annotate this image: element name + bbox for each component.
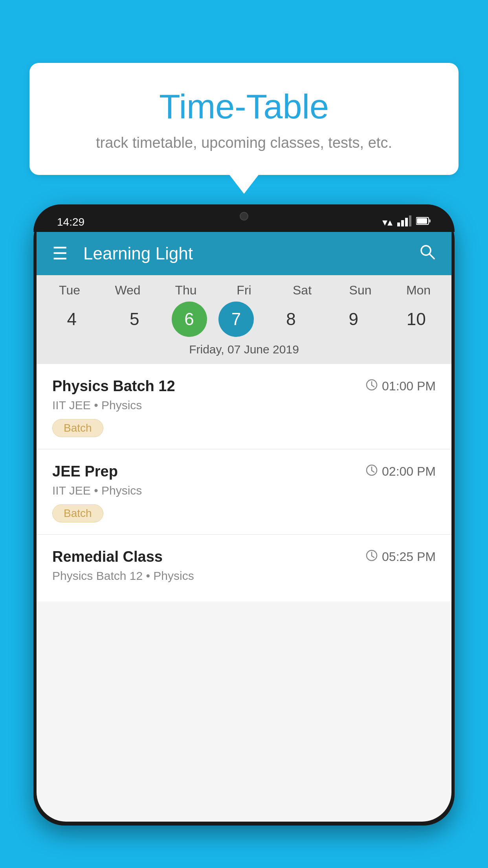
calendar-strip: Tue Wed Thu Fri Sat Sun Mon 4 5 6 7 8 9 …: [37, 275, 451, 364]
hamburger-icon[interactable]: ☰: [52, 245, 68, 262]
schedule-subtitle-2: IIT JEE • Physics: [52, 484, 436, 497]
speech-bubble-subtitle: track timetable, upcoming classes, tests…: [49, 134, 439, 151]
schedule-item-2[interactable]: JEE Prep 02:00 PM: [37, 449, 451, 535]
svg-line-17: [372, 556, 374, 557]
phone-top-bar: 14:29 ▾▴: [33, 204, 455, 232]
notch: [213, 204, 275, 228]
schedule-item-1[interactable]: Physics Batch 12 01:00 PM: [37, 364, 451, 449]
schedule-item-1-header: Physics Batch 12 01:00 PM: [52, 378, 436, 395]
selected-date-label: Friday, 07 June 2019: [37, 337, 451, 364]
day-header-thu: Thu: [160, 283, 211, 298]
schedule-time-3: 05:25 PM: [365, 549, 436, 565]
day-headers: Tue Wed Thu Fri Sat Sun Mon: [37, 283, 451, 298]
wifi-icon: ▾▴: [382, 216, 393, 228]
speech-bubble: Time-Table track timetable, upcoming cla…: [29, 63, 459, 175]
speech-bubble-container: Time-Table track timetable, upcoming cla…: [29, 63, 459, 175]
day-header-fri: Fri: [218, 283, 270, 298]
day-4[interactable]: 4: [46, 302, 97, 337]
app-bar: ☰ Learning Light: [37, 232, 451, 275]
search-button[interactable]: [418, 243, 436, 264]
phone-screen: ☰ Learning Light Tue Wed Thu Fri Sat: [37, 232, 451, 822]
batch-tag-2: Batch: [52, 504, 103, 522]
day-numbers: 4 5 6 7 8 9 10: [37, 298, 451, 337]
phone-outer: 14:29 ▾▴: [33, 204, 455, 826]
svg-rect-5: [429, 219, 431, 223]
svg-rect-2: [405, 218, 408, 226]
app-title: Learning Light: [83, 244, 418, 263]
status-time: 14:29: [57, 216, 84, 228]
status-icons: ▾▴: [382, 215, 431, 229]
svg-line-11: [372, 385, 374, 387]
schedule-time-1: 01:00 PM: [365, 379, 436, 394]
schedule-subtitle-3: Physics Batch 12 • Physics: [52, 569, 436, 583]
phone-mockup: 14:29 ▾▴: [33, 204, 455, 868]
svg-line-8: [429, 254, 434, 259]
battery-icon: [416, 216, 431, 228]
svg-rect-1: [401, 220, 404, 226]
camera-dot: [240, 212, 248, 221]
day-header-wed: Wed: [102, 283, 153, 298]
day-header-sat: Sat: [277, 283, 328, 298]
schedule-subtitle-1: IIT JEE • Physics: [52, 399, 436, 412]
schedule-list: Physics Batch 12 01:00 PM: [37, 364, 451, 601]
clock-icon-1: [365, 379, 378, 394]
schedule-title-2: JEE Prep: [52, 463, 118, 480]
svg-rect-0: [397, 223, 400, 226]
svg-line-14: [372, 471, 374, 472]
day-9[interactable]: 9: [328, 302, 379, 337]
day-header-mon: Mon: [393, 283, 444, 298]
svg-rect-3: [409, 215, 411, 226]
day-7-selected[interactable]: 7: [218, 302, 254, 337]
schedule-item-3-header: Remedial Class 05:25 PM: [52, 548, 436, 565]
schedule-title-1: Physics Batch 12: [52, 378, 175, 395]
batch-tag-1: Batch: [52, 419, 103, 437]
day-5[interactable]: 5: [109, 302, 160, 337]
clock-icon-2: [365, 464, 378, 480]
day-8[interactable]: 8: [265, 302, 316, 337]
day-header-sun: Sun: [335, 283, 386, 298]
schedule-time-2: 02:00 PM: [365, 464, 436, 480]
day-header-tue: Tue: [44, 283, 95, 298]
signal-icon: [397, 215, 411, 229]
schedule-item-2-header: JEE Prep 02:00 PM: [52, 463, 436, 480]
svg-rect-6: [417, 218, 427, 224]
schedule-item-3[interactable]: Remedial Class 05:25 PM: [37, 535, 451, 601]
clock-icon-3: [365, 549, 378, 565]
speech-bubble-title: Time-Table: [49, 86, 439, 127]
day-6-today[interactable]: 6: [172, 302, 207, 337]
schedule-title-3: Remedial Class: [52, 548, 163, 565]
day-10[interactable]: 10: [391, 302, 442, 337]
